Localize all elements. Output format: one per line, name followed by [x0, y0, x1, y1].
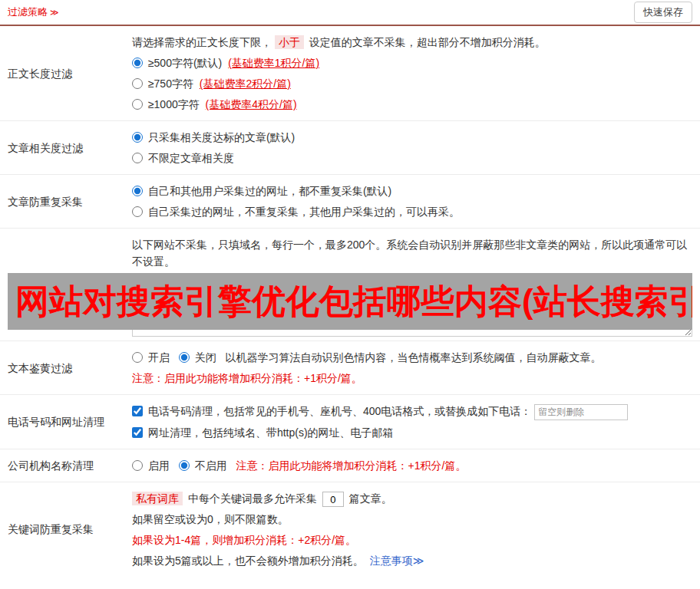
keyword-limit-text: 中每个关键词最多允许采集 [188, 492, 317, 505]
top-bar: 过滤策略 ≫ 快速保存 [0, 0, 700, 26]
phone-clean-option[interactable]: 电话号码清理，包括常见的手机号、座机号、400电话格式，或替换成如下电话： [132, 405, 534, 417]
length-500-fee-note: (基础费率1积分/篇) [228, 57, 319, 69]
row-label-relevance-filter: 文章相关度过滤 [0, 121, 132, 174]
keyword-rule-1-4: 如果设为1-4篇，则增加积分消耗：+2积分/篇。 [132, 531, 692, 548]
length-filter-intro: 请选择需求的正文长度下限， 小于 设定值的文章不采集，超出部分不增加积分消耗。 [132, 34, 692, 51]
row-porn-filter: 文本鉴黄过滤 开启 关闭 以机器学习算法自动识别色情内容，当色情概率达到系统阈值… [0, 341, 700, 394]
porn-on-radio[interactable] [132, 352, 143, 363]
length-750-radio[interactable] [132, 78, 143, 89]
row-label-dedup-filter: 文章防重复采集 [0, 175, 132, 228]
dedup-global-label: 自己和其他用户采集过的网址，都不重复采集(默认) [148, 185, 391, 197]
company-on-radio[interactable] [132, 460, 143, 471]
porn-off-label: 关闭 [195, 351, 216, 364]
keyword-limit-unit: 篇文章。 [349, 492, 392, 505]
row-label-keyword-dedup: 关键词防重复采集 [0, 482, 132, 577]
page-title[interactable]: 过滤策略 ≫ [8, 5, 59, 19]
porn-filter-desc: 以机器学习算法自动识别色情内容，当色情概率达到系统阈值，自动屏蔽文章。 [226, 351, 602, 364]
keyword-limit-input[interactable] [322, 492, 344, 507]
row-length-filter: 正文长度过滤 请选择需求的正文长度下限， 小于 设定值的文章不采集，超出部分不增… [0, 26, 700, 120]
length-option-750[interactable]: ≥750字符 (基础费率2积分/篇) [132, 75, 692, 92]
site-exclude-desc: 以下网站不采集，只填域名，每行一个，最多200个。系统会自动识别并屏蔽那些非文章… [132, 236, 692, 270]
row-company-clean: 公司机构名称清理 启用 不启用 注意：启用此功能将增加积分消耗：+1积分/篇。 [0, 449, 700, 482]
row-keyword-dedup: 关键词防重复采集 私有词库 中每个关键词最多允许采集 篇文章。 如果留空或设为0… [0, 482, 700, 577]
length-1000-label: ≥1000字符 [148, 98, 200, 110]
company-off-label: 不启用 [195, 459, 227, 472]
row-label-company-clean: 公司机构名称清理 [0, 449, 132, 482]
row-phone-url-clean: 电话号码和网址清理 电话号码清理，包括常见的手机号、座机号、400电话格式，或替… [0, 394, 700, 449]
length-option-1000[interactable]: ≥1000字符 (基础费率4积分/篇) [132, 96, 692, 113]
relevance-strict-radio[interactable] [132, 132, 143, 143]
porn-filter-cost-note: 注意：启用此功能将增加积分消耗：+1积分/篇。 [132, 370, 692, 387]
length-750-label: ≥750字符 [148, 77, 193, 90]
less-than-tag: 小于 [275, 35, 304, 49]
row-site-exclude: 目标网站排除 以下网站不采集，只填域名，每行一个，最多200个。系统会自动识别并… [0, 228, 700, 341]
company-off-radio[interactable] [179, 460, 190, 471]
company-clean-cost-note: 注意：启用此功能将增加积分消耗：+1积分/篇。 [236, 459, 467, 472]
row-relevance-filter: 文章相关度过滤 只采集相关度达标的文章(默认) 不限定文章相关度 [0, 120, 700, 174]
relevance-any-label: 不限定文章相关度 [148, 152, 234, 164]
porn-on-label: 开启 [148, 351, 170, 364]
company-on-label: 启用 [148, 459, 170, 472]
row-label-length-filter: 正文长度过滤 [0, 26, 132, 120]
quick-save-button[interactable]: 快速保存 [634, 2, 692, 23]
company-off-option[interactable]: 不启用 [179, 459, 230, 472]
length-1000-radio[interactable] [132, 99, 143, 110]
relevance-strict-label: 只采集相关度达标的文章(默认) [148, 131, 295, 143]
row-label-porn-filter: 文本鉴黄过滤 [0, 341, 132, 394]
porn-on-option[interactable]: 开启 [132, 351, 173, 364]
dedup-option-global[interactable]: 自己和其他用户采集过的网址，都不重复采集(默认) [132, 183, 692, 199]
porn-off-option[interactable]: 关闭 [179, 351, 220, 364]
dedup-own-label: 自己采集过的网址，不重复采集，其他用户采集过的，可以再采。 [148, 206, 460, 218]
length-option-500[interactable]: ≥500字符(默认) (基础费率1积分/篇) [132, 54, 692, 71]
dedup-own-radio[interactable] [132, 206, 143, 217]
porn-off-radio[interactable] [179, 352, 190, 363]
keyword-rule-zero: 如果留空或设为0，则不限篇数。 [132, 511, 692, 528]
length-750-fee-note: (基础费率2积分/篇) [200, 77, 291, 90]
filter-settings-table: 正文长度过滤 请选择需求的正文长度下限， 小于 设定值的文章不采集，超出部分不增… [0, 26, 700, 577]
intro-text-after: 设定值的文章不采集，超出部分不增加积分消耗。 [309, 36, 546, 48]
phone-clean-checkbox[interactable] [132, 406, 143, 416]
row-label-phone-url-clean: 电话号码和网址清理 [0, 395, 132, 449]
company-on-option[interactable]: 启用 [132, 459, 173, 472]
length-500-radio[interactable] [132, 58, 143, 68]
replacement-phone-input[interactable] [534, 404, 628, 420]
page-title-text: 过滤策略 [8, 5, 48, 19]
relevance-any-radio[interactable] [132, 153, 143, 163]
keyword-rule-5plus: 如果设为5篇或以上，也不会额外增加积分消耗。 [132, 554, 364, 567]
watermark-overlay: 网站对搜索引擎优化包括哪些内容(站长搜索引 [8, 273, 692, 330]
phone-clean-label: 电话号码清理，包括常见的手机号、座机号、400电话格式，或替换成如下电话： [148, 405, 531, 417]
intro-text-before: 请选择需求的正文长度下限， [132, 36, 272, 48]
url-clean-checkbox[interactable] [132, 427, 143, 438]
relevance-option-any[interactable]: 不限定文章相关度 [132, 150, 692, 166]
relevance-option-strict[interactable]: 只采集相关度达标的文章(默认) [132, 129, 692, 146]
chevron-down-icon: ≫ [50, 8, 59, 18]
url-clean-label: 网址清理，包括纯域名、带http(s)的网址、电子邮箱 [148, 426, 394, 439]
watermark-text: 网站对搜索引擎优化包括哪些内容(站长搜索引 [8, 279, 692, 324]
length-500-label: ≥500字符(默认) [148, 57, 222, 69]
private-lexicon-tag: 私有词库 [132, 492, 183, 505]
url-clean-option[interactable]: 网址清理，包括纯域名、带http(s)的网址、电子邮箱 [132, 426, 394, 439]
notes-link[interactable]: 注意事项≫ [370, 554, 424, 567]
row-dedup-filter: 文章防重复采集 自己和其他用户采集过的网址，都不重复采集(默认) 自己采集过的网… [0, 174, 700, 228]
dedup-global-radio[interactable] [132, 186, 143, 196]
dedup-option-own[interactable]: 自己采集过的网址，不重复采集，其他用户采集过的，可以再采。 [132, 203, 692, 220]
length-1000-fee-note: (基础费率4积分/篇) [206, 98, 297, 110]
